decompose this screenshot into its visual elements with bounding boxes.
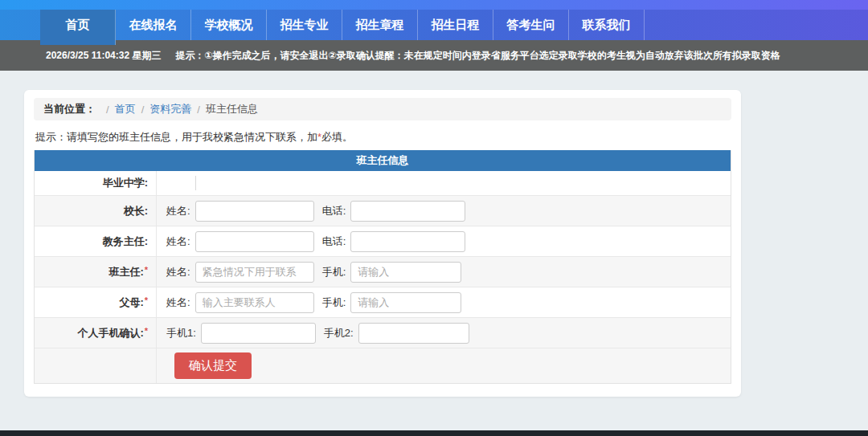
confirm-submit-button[interactable]: 确认提交 [174, 352, 252, 379]
field-personal-phone-confirm-mobile1: 手机1: [166, 323, 316, 344]
nav-tab-school-overview[interactable]: 学校概况 [191, 10, 267, 40]
nav-tab-contact[interactable]: 联系我们 [569, 10, 645, 40]
nav-tab-online-signup[interactable]: 在线报名 [116, 10, 191, 40]
row-value-personal-phone-confirm: 手机1:手机2: [157, 318, 731, 348]
nav-tab-home[interactable]: 首页 [40, 10, 116, 45]
input-personal-phone-confirm-mobile2[interactable] [358, 323, 469, 344]
input-parents-name[interactable] [195, 292, 314, 313]
table-rows: 毕业中学:校长:姓名:电话:教务主任:姓名:电话:班主任:*姓名:手机:父母:*… [35, 171, 731, 383]
datetime-text: 2026/3/25 11:04:32 星期三 [46, 49, 161, 63]
field-class-teacher-name: 姓名: [166, 262, 314, 283]
footer-bar [0, 430, 868, 436]
required-asterisk: * [145, 265, 148, 275]
field-label: 姓名: [166, 234, 190, 249]
field-personal-phone-confirm-mobile2: 手机2: [324, 323, 469, 344]
input-dean-name[interactable] [195, 231, 314, 252]
row-value-class-teacher: 姓名:手机: [157, 257, 731, 287]
table-row-graduate-school: 毕业中学: [35, 171, 731, 195]
field-label: 手机2: [324, 326, 354, 340]
hint-text-suffix: 必填。 [321, 131, 353, 143]
field-dean-name: 姓名: [166, 231, 314, 252]
row-value-principal: 姓名:电话: [157, 196, 731, 226]
table-row-parents: 父母:*姓名:手机: [35, 287, 731, 317]
field-class-teacher-mobile: 手机: [322, 262, 462, 283]
input-dean-phone[interactable] [350, 231, 465, 252]
submit-row-label-cell [35, 348, 157, 383]
nav-tab-faq[interactable]: 答考生问 [493, 10, 569, 40]
row-value-parents: 姓名:手机: [157, 287, 731, 317]
field-label: 电话: [322, 234, 346, 249]
field-label: 姓名: [166, 295, 190, 310]
row-label-class-teacher: 班主任:* [35, 257, 157, 287]
row-label-graduate-school: 毕业中学: [35, 171, 157, 195]
required-asterisk: * [145, 295, 148, 305]
header-accent-strip [0, 0, 868, 10]
nav-tabs: 首页在线报名学校概况招生专业招生章程招生日程答考生问联系我们 [0, 10, 868, 40]
content-card: 当前位置：/首页/资料完善/班主任信息 提示：请填写您的班主任信息，用于我校紧急… [24, 90, 741, 397]
input-class-teacher-name[interactable] [195, 262, 314, 283]
row-label-dean: 教务主任: [35, 226, 157, 256]
table-row-submit: 确认提交 [35, 348, 731, 383]
row-label-text: 毕业中学: [103, 176, 148, 190]
required-asterisk: * [145, 326, 148, 336]
row-label-text: 父母: [119, 295, 143, 310]
breadcrumb: 当前位置：/首页/资料完善/班主任信息 [34, 98, 731, 120]
page: 首页在线报名学校概况招生专业招生章程招生日程答考生问联系我们 2026/3/25… [0, 0, 868, 397]
field-dean-phone: 电话: [322, 231, 466, 252]
table-row-personal-phone-confirm: 个人手机确认:*手机1:手机2: [35, 317, 731, 348]
field-label: 手机1: [166, 326, 196, 340]
breadcrumb-label: 当前位置： [43, 102, 96, 116]
notice-bar: 2026/3/25 11:04:32 星期三 提示：①操作完成之后，请安全退出②… [0, 40, 868, 71]
breadcrumb-separator: / [197, 104, 200, 116]
breadcrumb-item-2[interactable]: 资料完善 [149, 102, 191, 116]
empty-field-caret [195, 176, 196, 190]
table-row-principal: 校长:姓名:电话: [35, 195, 731, 226]
row-label-text: 教务主任: [103, 234, 148, 249]
input-principal-name[interactable] [195, 201, 314, 222]
row-label-text: 班主任: [108, 265, 143, 279]
table-title: 班主任信息 [35, 150, 731, 171]
input-personal-phone-confirm-mobile1[interactable] [201, 323, 316, 344]
input-parents-mobile[interactable] [350, 292, 461, 313]
input-class-teacher-mobile[interactable] [350, 262, 461, 283]
breadcrumb-separator: / [141, 104, 145, 116]
field-parents-name: 姓名: [166, 292, 314, 313]
table-row-class-teacher: 班主任:*姓名:手机: [35, 256, 731, 287]
nav-tab-enrollment-guide[interactable]: 招生章程 [342, 10, 418, 40]
field-label: 姓名: [166, 265, 190, 279]
main-nav: 首页在线报名学校概况招生专业招生章程招生日程答考生问联系我们 [0, 10, 868, 40]
field-label: 姓名: [166, 204, 190, 218]
row-label-personal-phone-confirm: 个人手机确认:* [35, 318, 157, 348]
hint-text-prefix: 提示：请填写您的班主任信息，用于我校紧急情况下联系，加 [35, 131, 317, 143]
row-label-text: 个人手机确认: [77, 326, 143, 340]
row-label-parents: 父母:* [35, 287, 157, 317]
form-hint: 提示：请填写您的班主任信息，用于我校紧急情况下联系，加*必填。 [35, 130, 731, 145]
field-label: 手机: [322, 265, 346, 279]
submit-row-value-cell: 确认提交 [157, 348, 731, 383]
field-principal-phone: 电话: [322, 201, 466, 222]
field-principal-name: 姓名: [166, 201, 314, 222]
input-principal-phone[interactable] [350, 201, 465, 222]
field-label: 电话: [322, 204, 346, 218]
nav-tab-enrollment-majors[interactable]: 招生专业 [267, 10, 342, 40]
nav-tab-enrollment-schedule[interactable]: 招生日程 [418, 10, 493, 40]
row-value-dean: 姓名:电话: [157, 226, 731, 256]
row-label-principal: 校长: [35, 196, 157, 226]
breadcrumb-separator: / [106, 104, 109, 116]
row-value-graduate-school [157, 171, 731, 195]
breadcrumb-item-1[interactable]: 首页 [115, 102, 136, 116]
field-parents-mobile: 手机: [322, 292, 462, 313]
row-label-text: 校长: [124, 204, 148, 218]
field-label: 手机: [322, 295, 346, 310]
table-row-dean: 教务主任:姓名:电话: [35, 226, 731, 256]
notice-text: 提示：①操作完成之后，请安全退出②录取确认提醒：未在规定时间内登录省服务平台选定… [175, 49, 780, 63]
breadcrumb-item-3: 班主任信息 [206, 102, 258, 116]
teacher-info-table: 班主任信息 毕业中学:校长:姓名:电话:教务主任:姓名:电话:班主任:*姓名:手… [34, 150, 731, 384]
